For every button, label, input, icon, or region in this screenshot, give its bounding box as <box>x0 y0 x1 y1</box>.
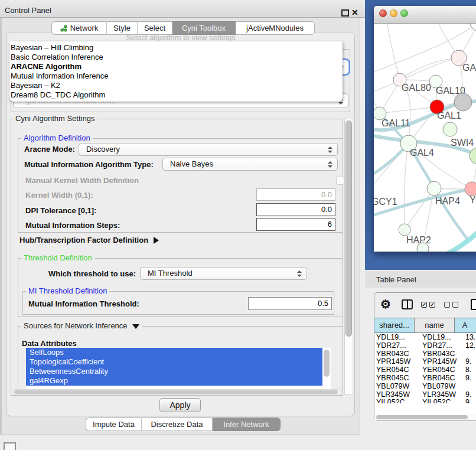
apply-button[interactable]: Apply <box>159 398 201 412</box>
dpi-tolerance-label: DPI Tolerance [0,1]: <box>25 206 96 215</box>
algorithm-definition-title: Algorithm Definition <box>21 134 93 142</box>
screen: Control Panel ✕ Select algorithm to view… <box>0 0 476 450</box>
settings-hscrollbar-thumb[interactable] <box>14 390 338 394</box>
table-row[interactable]: YBR045CYBR045C9. <box>374 374 476 382</box>
network-canvas[interactable]: GAL2GAL80GAL10GAL1GAL11GAL4SWI4HAP4YGCY1… <box>374 24 476 252</box>
node-partial-right[interactable] <box>470 148 476 164</box>
table-row[interactable]: YIL052CYIL052C9. <box>374 398 476 403</box>
table-cell: 9. <box>465 390 471 399</box>
data-attribute-item-topologicalcoefficient[interactable]: TopologicalCoefficient <box>26 357 322 367</box>
minimize-traffic-light[interactable] <box>390 9 397 17</box>
table-cell: YBR045C <box>376 374 409 382</box>
select-all-checkbox-icon-2[interactable]: ✓ <box>429 302 435 308</box>
unselect-checkbox-icon-2[interactable] <box>452 302 458 308</box>
cyni-settings-title: Cyni Algorithm Settings <box>13 115 97 123</box>
column-header-3[interactable]: A <box>454 318 476 332</box>
algorithm-option-bayesian-hill-climbing[interactable]: Bayesian – Hill Climbing <box>9 43 343 53</box>
column-header-1[interactable]: shared... <box>374 318 414 332</box>
unselect-checkbox-icon-1[interactable] <box>444 302 450 308</box>
node-HAP4-label: HAP4 <box>435 196 460 206</box>
mi-steps-label: Mutual Information Steps: <box>25 221 120 230</box>
mi-type-select[interactable]: Naive Bayes <box>162 158 338 171</box>
tab-cyni-toolbox[interactable]: Cyni Toolbox <box>172 21 236 35</box>
column-header-2[interactable]: name <box>414 318 454 332</box>
data-attribute-item-betweennesscentrality[interactable]: BetweennessCentrality <box>26 367 322 376</box>
minimized-panel-icon[interactable] <box>4 442 16 450</box>
tab-infer-network[interactable]: Infer Network <box>213 418 281 431</box>
threshold-title: Threshold Definition <box>21 254 94 262</box>
node-GAL1-label: GAL1 <box>437 110 461 120</box>
tab-impute-data[interactable]: Impute Data <box>86 418 142 431</box>
node-partial-bottom[interactable] <box>417 243 429 252</box>
select-all-checkbox-icon-1[interactable]: ✓ <box>421 302 427 308</box>
node-Y[interactable] <box>465 182 476 196</box>
node-GAL11-label: GAL11 <box>382 118 410 128</box>
table-cell: YIL052C <box>422 398 451 403</box>
node-HAP4[interactable] <box>427 181 441 195</box>
aracne-mode-select[interactable]: Discovery <box>79 143 338 156</box>
table-cell: YER054C <box>422 366 455 374</box>
table-row[interactable]: YBL079WYBL079W <box>374 382 476 390</box>
node-HAP2[interactable] <box>399 224 410 236</box>
table-cell: YLR345W <box>376 390 410 399</box>
columns-icon[interactable] <box>402 299 413 309</box>
table-cell: YDL19... <box>376 333 405 341</box>
kernel-width-input[interactable]: 0.0 <box>256 188 335 201</box>
tab-jactivemnodules[interactable]: jActiveMNodules <box>236 21 315 35</box>
table-row[interactable]: YPR145WYPR145W9. <box>374 357 476 366</box>
node-SWI4[interactable] <box>443 122 457 136</box>
data-attribute-item-gal4rgexp[interactable]: gal4RGexp <box>26 376 322 386</box>
node-HAP2-label: HAP2 <box>406 235 431 245</box>
gear-icon[interactable]: ⚙ <box>380 297 391 311</box>
collapsed-arrow-icon <box>154 237 159 244</box>
algorithm-option-mutual-information-inference[interactable]: Mutual Information Inference <box>9 71 343 81</box>
tab-discretize-data[interactable]: Discretize Data <box>142 418 213 431</box>
file-icon[interactable] <box>471 299 476 310</box>
algorithm-option-aracne-algorithm[interactable]: ARACNE Algorithm <box>9 62 343 71</box>
network-window: GAL2GAL80GAL10GAL1GAL11GAL4SWI4HAP4YGCY1… <box>374 6 476 252</box>
list-scrollbar-thumb[interactable] <box>324 350 330 377</box>
tab-select[interactable]: Select <box>138 21 172 35</box>
table-cell: YDR27... <box>376 341 406 350</box>
algorithm-option-bayesian-k2[interactable]: Bayesian – K2 <box>9 81 343 90</box>
mi-threshold-input[interactable]: 0.5 <box>248 297 332 310</box>
node-GAL2-label: GAL2 <box>462 63 476 73</box>
mi-steps-input[interactable]: 6 <box>256 218 335 231</box>
manual-kernel-label: Manual Kernel Width Definition <box>25 176 139 185</box>
table-row[interactable]: YBR043CYBR043C <box>374 350 476 358</box>
table-row[interactable]: YDL19...YDL19...13... <box>374 333 476 341</box>
algorithm-option-dream8-dc-tdc-algorithm[interactable]: Dream8 DC_TDC Algorithm <box>9 90 343 100</box>
settings-scrollbar-thumb[interactable] <box>345 120 352 337</box>
table-cell: YDR27... <box>422 341 452 350</box>
bottom-tab-bar: Impute DataDiscretize DataInfer Network <box>86 418 281 431</box>
sources-title[interactable]: Sources for Network Inference <box>21 322 142 330</box>
table-cell: YLR345W <box>422 390 456 399</box>
close-icon[interactable]: ✕ <box>351 9 358 16</box>
hub-definition-toggle[interactable]: Hub/Transcription Factor Definition <box>19 236 159 244</box>
table-row[interactable]: YLR345WYLR345W9. <box>374 390 476 399</box>
node-Y-label: Y <box>470 195 476 205</box>
data-attribute-item-selfloops[interactable]: SelfLoops <box>26 348 322 357</box>
table-cell: YBL079W <box>376 382 409 390</box>
which-threshold-label: Which threshold to use: <box>48 269 136 278</box>
network-window-titlebar <box>374 6 476 24</box>
node-gray[interactable] <box>454 93 472 111</box>
which-threshold-select[interactable]: MI Threshold <box>140 267 307 280</box>
table-cell: YBR043C <box>422 350 455 358</box>
table-hscrollbar[interactable] <box>374 414 476 420</box>
close-traffic-light[interactable] <box>379 9 387 17</box>
table-cell: 9. <box>465 398 471 403</box>
table-row[interactable]: YER054CYER054C8. <box>374 366 476 374</box>
zoom-traffic-light[interactable] <box>400 9 408 17</box>
kernel-width-label: Kernel Width (0,1): <box>25 191 93 200</box>
manual-kernel-checkbox[interactable] <box>336 177 344 185</box>
float-window-icon[interactable] <box>341 9 349 17</box>
dpi-tolerance-input[interactable]: 0.0 <box>256 203 335 216</box>
algorithm-option-basic-correlation-inference[interactable]: Basic Correlation Inference <box>9 53 343 62</box>
table-row[interactable]: YDR27...YDR27...12... <box>374 341 476 350</box>
tab-style[interactable]: Style <box>107 21 138 35</box>
data-attributes-list[interactable]: SelfLoopsTopologicalCoefficientBetweenne… <box>26 348 331 389</box>
tab-network[interactable]: Network <box>51 21 107 35</box>
table-cell: 9. <box>465 374 471 382</box>
mi-type-label: Mutual Information Algorithm Type: <box>24 160 154 169</box>
